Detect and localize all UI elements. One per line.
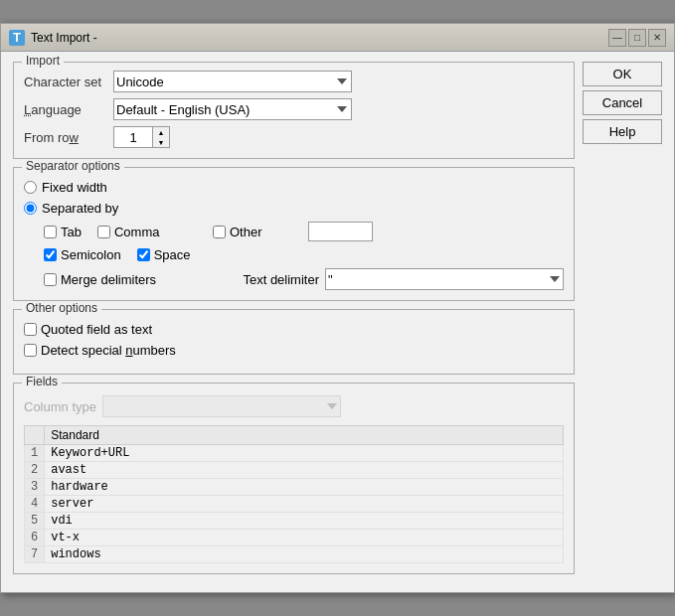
table-cell-value: windows <box>45 546 564 563</box>
separator-options-label: Separator options <box>22 159 124 173</box>
text-delimiter-select[interactable]: " <box>325 268 564 290</box>
column-type-label: Column type <box>24 399 96 414</box>
table-row: 4server <box>25 496 564 513</box>
detect-special-row: Detect special numbers <box>24 343 564 358</box>
minimize-button[interactable]: — <box>608 29 626 47</box>
help-button[interactable]: Help <box>583 119 662 144</box>
table-cell-num: 4 <box>25 496 45 513</box>
other-checkbox-item: Other <box>213 225 292 239</box>
semicolon-checkbox-item: Semicolon <box>44 247 121 262</box>
fixed-width-radio[interactable] <box>24 181 37 194</box>
merge-label: Merge delimiters <box>61 272 156 287</box>
character-set-label: Character set <box>24 75 113 89</box>
character-set-row: Character set Unicode <box>24 71 564 92</box>
fixed-width-row: Fixed width <box>24 180 564 195</box>
column-type-row: Column type <box>24 395 564 417</box>
quoted-field-label: Quoted field as text <box>41 322 152 337</box>
import-group: Import Character set Unicode Language De… <box>13 62 575 159</box>
from-row-row: From row 1 ▲ ▼ <box>24 126 564 148</box>
cancel-button[interactable]: Cancel <box>583 90 662 115</box>
table-cell-num: 5 <box>25 513 45 530</box>
from-row-input-group: 1 ▲ ▼ <box>113 126 170 148</box>
other-text-input[interactable] <box>308 222 373 241</box>
table-body: 1Keyword+URL2avast3hardware4server5vdi6v… <box>25 445 564 563</box>
space-checkbox-item: Space <box>137 247 237 262</box>
data-table-container: Standard 1Keyword+URL2avast3hardware4ser… <box>24 425 564 563</box>
separator-options-body: Fixed width Separated by Tab <box>24 176 564 290</box>
comma-label: Comma <box>114 225 160 239</box>
table-scroll-wrapper[interactable]: Standard 1Keyword+URL2avast3hardware4ser… <box>24 425 564 563</box>
semicolon-checkbox[interactable] <box>44 248 57 261</box>
character-set-select[interactable]: Unicode <box>113 71 352 92</box>
from-row-input[interactable]: 1 <box>113 126 153 148</box>
other-options-label: Other options <box>22 301 101 315</box>
table-cell-value: avast <box>45 462 564 479</box>
title-bar-controls: — □ ✕ <box>608 29 666 47</box>
table-cell-value: vt-x <box>45 530 564 546</box>
dialog-content: Import Character set Unicode Language De… <box>1 52 674 592</box>
fields-label: Fields <box>22 375 62 388</box>
ok-button[interactable]: OK <box>583 62 662 86</box>
tab-checkbox-item: Tab <box>44 225 82 239</box>
text-delimiter-label: Text delimiter <box>243 272 319 287</box>
separator-options-group: Separator options Fixed width Separated … <box>13 167 575 301</box>
table-row: 2avast <box>25 462 564 479</box>
table-cell-num: 6 <box>25 530 45 546</box>
spin-up-button[interactable]: ▲ <box>153 127 169 137</box>
column-type-select[interactable] <box>102 395 341 417</box>
window-title: Text Import - <box>31 31 608 45</box>
quoted-field-checkbox[interactable] <box>24 323 37 336</box>
from-row-spinner: ▲ ▼ <box>153 126 170 148</box>
table-cell-value: server <box>45 496 564 513</box>
language-select[interactable]: Default - English (USA) <box>113 98 352 120</box>
other-options-content: Quoted field as text Detect special numb… <box>24 318 564 358</box>
other-checkbox[interactable] <box>213 226 226 238</box>
main-window: T Text Import - — □ ✕ Import Character s… <box>0 23 675 593</box>
table-cell-value: vdi <box>45 513 564 530</box>
tab-checkbox[interactable] <box>44 226 57 238</box>
table-row: 7windows <box>25 546 564 563</box>
table-cell-value: hardware <box>45 479 564 496</box>
language-row: Language Default - English (USA) <box>24 98 564 120</box>
table-row: 1Keyword+URL <box>25 445 564 462</box>
space-label: Space <box>154 247 191 262</box>
maximize-button[interactable]: □ <box>628 29 646 47</box>
table-cell-num: 2 <box>25 462 45 479</box>
other-options-group: Other options Quoted field as text Detec… <box>13 309 575 375</box>
window-icon: T <box>9 30 25 46</box>
separated-by-label: Separated by <box>42 201 118 216</box>
comma-checkbox[interactable] <box>97 226 110 238</box>
space-checkbox[interactable] <box>137 248 150 261</box>
fields-content: Column type Standard <box>24 391 564 563</box>
comma-checkbox-item: Comma <box>97 225 197 239</box>
spin-down-button[interactable]: ▼ <box>153 137 169 147</box>
table-header-standard: Standard <box>45 426 564 445</box>
table-row: 5vdi <box>25 513 564 530</box>
side-buttons: OK Cancel Help <box>583 62 662 582</box>
fixed-width-label: Fixed width <box>42 180 107 195</box>
title-bar: T Text Import - — □ ✕ <box>1 24 674 52</box>
data-table: Standard 1Keyword+URL2avast3hardware4ser… <box>24 425 564 563</box>
table-header-num <box>25 426 45 445</box>
fields-group: Fields Column type <box>13 383 575 574</box>
close-button[interactable]: ✕ <box>648 29 666 47</box>
tab-label: Tab <box>61 225 82 239</box>
from-row-label: From row <box>24 130 113 145</box>
quoted-field-row: Quoted field as text <box>24 322 564 337</box>
table-cell-num: 1 <box>25 445 45 462</box>
table-cell-value: Keyword+URL <box>45 445 564 462</box>
merge-checkbox[interactable] <box>44 273 57 286</box>
main-panel: Import Character set Unicode Language De… <box>13 62 575 582</box>
import-group-label: Import <box>22 54 64 68</box>
language-label: Language <box>24 102 113 117</box>
table-cell-num: 3 <box>25 479 45 496</box>
table-cell-num: 7 <box>25 546 45 563</box>
separated-by-radio[interactable] <box>24 202 37 215</box>
table-row: 3hardware <box>25 479 564 496</box>
merge-checkbox-item: Merge delimiters <box>44 272 156 287</box>
separated-by-row: Separated by <box>24 201 564 216</box>
table-row: 6vt-x <box>25 530 564 546</box>
detect-special-checkbox[interactable] <box>24 344 37 357</box>
semicolon-label: Semicolon <box>61 247 121 262</box>
other-label: Other <box>230 225 262 239</box>
